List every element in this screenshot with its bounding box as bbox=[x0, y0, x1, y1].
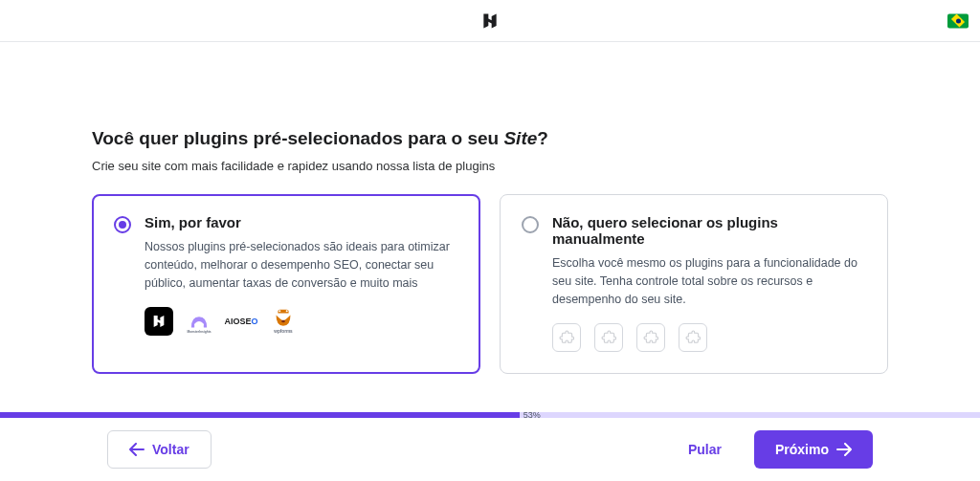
plugin-placeholder-icon bbox=[552, 323, 581, 352]
plugin-aioseo-icon: AIOSEO bbox=[225, 307, 257, 336]
skip-button-label: Pular bbox=[688, 442, 722, 457]
arrow-left-icon bbox=[129, 443, 145, 456]
option-no-body: Não, quero selecionar os plugins manualm… bbox=[552, 214, 866, 352]
page-subtitle: Crie seu site com mais facilidade e rapi… bbox=[92, 159, 888, 173]
svg-text:wpforms: wpforms bbox=[273, 329, 293, 334]
option-yes-card[interactable]: Sim, por favor Nossos plugins pré-seleci… bbox=[92, 194, 480, 374]
options-row: Sim, por favor Nossos plugins pré-seleci… bbox=[92, 194, 888, 374]
brand-logo bbox=[479, 11, 501, 32]
svg-point-0 bbox=[194, 323, 197, 326]
skip-button[interactable]: Pular bbox=[688, 442, 722, 457]
footer: Voltar Pular Próximo bbox=[0, 418, 980, 481]
plugin-preview-row: MonsterInsights AIOSEO wpform bbox=[145, 307, 458, 336]
option-yes-title: Sim, por favor bbox=[145, 214, 458, 230]
svg-point-5 bbox=[281, 320, 285, 323]
svg-point-4 bbox=[286, 310, 288, 312]
plugin-wpforms-icon: wpforms bbox=[267, 307, 300, 336]
radio-icon bbox=[114, 216, 131, 233]
plugin-placeholder-icon bbox=[594, 323, 623, 352]
next-button-label: Próximo bbox=[775, 442, 829, 457]
option-yes-body: Sim, por favor Nossos plugins pré-seleci… bbox=[145, 214, 458, 352]
plugin-monsterinsights-icon: MonsterInsights bbox=[183, 307, 215, 336]
radio-icon bbox=[522, 216, 539, 233]
page-title: Você quer plugins pré-selecionados para … bbox=[92, 128, 888, 149]
plugin-placeholder-icon bbox=[636, 323, 665, 352]
locale-flag-icon[interactable] bbox=[947, 13, 969, 28]
svg-point-3 bbox=[278, 310, 280, 312]
option-no-title: Não, quero selecionar os plugins manualm… bbox=[552, 214, 866, 247]
footer-right: Pular Próximo bbox=[688, 430, 873, 469]
main-content: Você quer plugins pré-selecionados para … bbox=[0, 42, 980, 374]
back-button[interactable]: Voltar bbox=[107, 430, 212, 469]
plugin-placeholder-icon bbox=[679, 323, 707, 352]
svg-text:MonsterInsights: MonsterInsights bbox=[187, 330, 211, 334]
arrow-right-icon bbox=[836, 443, 852, 456]
plugin-hostinger-icon bbox=[145, 307, 173, 336]
option-yes-desc: Nossos plugins pré-selecionados são idea… bbox=[145, 238, 458, 292]
plugin-empty-row bbox=[552, 323, 866, 352]
option-no-card[interactable]: Não, quero selecionar os plugins manualm… bbox=[500, 194, 888, 374]
back-button-label: Voltar bbox=[152, 442, 189, 457]
header bbox=[0, 0, 980, 42]
option-no-desc: Escolha você mesmo os plugins para a fun… bbox=[552, 254, 866, 308]
svg-point-1 bbox=[201, 323, 204, 326]
next-button[interactable]: Próximo bbox=[754, 430, 873, 469]
page-title-prefix: Você quer plugins pré-selecionados para … bbox=[92, 128, 503, 148]
page-title-suffix: ? bbox=[537, 128, 548, 148]
page-title-emphasis: Site bbox=[503, 128, 537, 148]
